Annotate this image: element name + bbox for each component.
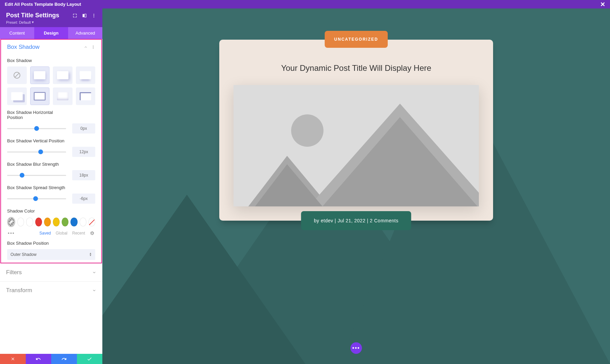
shadow-preset-4[interactable] [7,87,27,105]
tab-advanced[interactable]: Advanced [68,27,102,39]
svg-rect-0 [83,14,84,17]
app-title: Edit All Posts Template Body Layout [5,2,81,7]
svg-rect-1 [85,14,86,17]
post-featured-image [233,85,479,206]
save-button[interactable] [77,354,103,364]
svg-point-3 [94,15,94,16]
chevron-up-icon [84,45,88,49]
svg-point-5 [93,46,94,46]
slider-blur-input[interactable] [72,170,95,180]
preset-dropdown[interactable]: Preset: Default ▾ [6,20,96,24]
slider-spread-input[interactable] [72,194,95,204]
tab-design[interactable]: Design [34,27,68,39]
shadow-preset-2[interactable] [53,66,73,84]
section-more-icon[interactable] [91,45,95,49]
svg-point-7 [93,48,94,49]
redo-button[interactable] [51,354,77,364]
shadow-preset-1[interactable] [30,66,50,84]
shadow-position-label: Box Shadow Position [7,241,95,246]
svg-point-13 [291,115,323,147]
slider-v-track[interactable] [7,151,66,153]
slider-h-label: Box Shadow Horizontal Position [7,110,55,120]
columns-icon[interactable] [82,13,87,18]
section-box-shadow-header[interactable]: Box Shadow [1,40,101,53]
slider-blur-track[interactable] [7,175,66,176]
undo-button[interactable] [26,354,52,364]
chevron-down-icon [92,288,96,292]
sidebar-title: Post Title Settings [6,12,59,19]
category-badge: UNCATEGORIZED [325,31,388,48]
close-button[interactable]: ✕ [600,1,605,8]
svg-point-6 [93,47,94,47]
more-icon[interactable] [92,13,96,18]
color-eyedropper[interactable] [7,217,15,227]
post-card: UNCATEGORIZED Your Dynamic Post Title Wi… [219,40,493,221]
slider-spread-label: Box Shadow Spread Strength [7,185,95,190]
shadow-preset-none[interactable] [7,66,27,84]
color-swatch-6[interactable] [70,218,77,226]
slider-v-label: Box Shadow Vertical Position [7,138,95,143]
slider-h-track[interactable] [7,128,66,129]
cancel-button[interactable] [0,354,26,364]
gear-icon[interactable] [90,231,95,236]
color-swatch-3[interactable] [44,218,51,226]
shadow-position-select[interactable]: Outer Shadow ▲▼ [7,249,95,260]
color-tab-saved[interactable]: Saved [39,231,51,236]
expand-icon[interactable] [73,13,77,18]
post-meta-badge: by etdev | Jul 21, 2022 | 2 Comments [301,211,411,230]
post-title: Your Dynamic Post Title Will Display Her… [233,63,479,73]
color-swatch-2[interactable] [35,218,42,226]
section-transform-header[interactable]: Transform [0,282,102,299]
shadow-preset-5[interactable] [30,87,50,105]
shadow-preset-3[interactable] [76,66,96,84]
color-tab-global[interactable]: Global [56,231,67,236]
color-swatch-7[interactable] [80,218,86,226]
tab-content[interactable]: Content [0,27,34,39]
slider-blur-label: Box Shadow Blur Strength [7,162,95,167]
svg-point-4 [94,16,94,17]
settings-tabs: Content Design Advanced [0,27,102,39]
chevron-down-icon [92,270,96,275]
shadow-presets-label: Box Shadow [7,58,95,63]
slider-h-input[interactable] [72,123,95,134]
section-filters-header[interactable]: Filters [0,264,102,281]
shadow-preset-7[interactable] [76,87,96,105]
fab-more-button[interactable]: ••• [350,342,362,354]
shadow-preset-6[interactable] [53,87,73,105]
section-title: Box Shadow [7,44,39,50]
color-more-icon[interactable]: ••• [8,230,15,236]
slider-v-input[interactable] [72,147,95,157]
color-swatch-none[interactable] [88,218,95,226]
color-swatch-5[interactable] [62,218,68,226]
slider-spread-track[interactable] [7,198,66,199]
shadow-color-label: Shadow Color [7,208,95,214]
settings-sidebar: Post Title Settings Preset: Default ▾ Co… [0,8,102,364]
preview-canvas: UNCATEGORIZED Your Dynamic Post Title Wi… [102,8,610,364]
color-tab-recent[interactable]: Recent [72,231,85,236]
color-swatch-4[interactable] [53,218,60,226]
color-swatch-1[interactable] [26,218,33,226]
svg-point-2 [94,14,94,14]
color-swatch-0[interactable] [17,218,24,226]
